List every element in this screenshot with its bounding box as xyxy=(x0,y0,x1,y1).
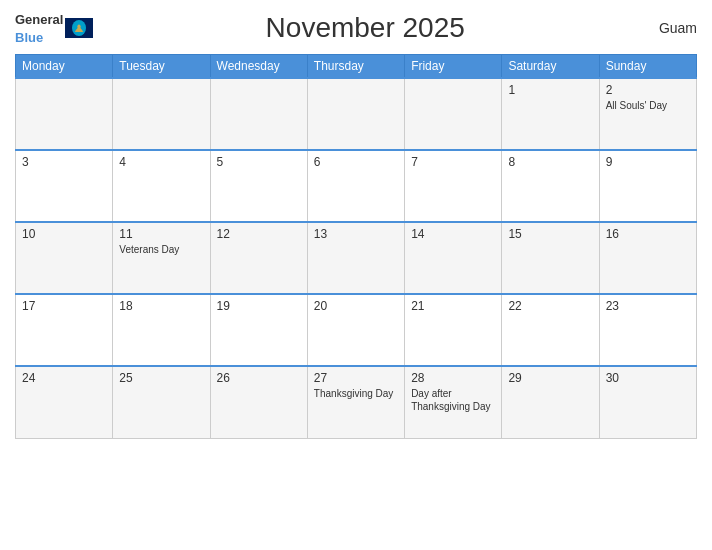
calendar-cell: 24 xyxy=(16,366,113,438)
calendar-cell: 26 xyxy=(210,366,307,438)
calendar-cell: 6 xyxy=(307,150,404,222)
calendar-week-2: 3456789 xyxy=(16,150,697,222)
day-number: 6 xyxy=(314,155,398,169)
calendar-cell: 23 xyxy=(599,294,696,366)
calendar-cell xyxy=(307,78,404,150)
calendar-week-5: 24252627Thanksgiving Day28Day after Than… xyxy=(16,366,697,438)
calendar-cell: 8 xyxy=(502,150,599,222)
day-number: 30 xyxy=(606,371,690,385)
day-number: 16 xyxy=(606,227,690,241)
calendar-cell: 15 xyxy=(502,222,599,294)
month-title: November 2025 xyxy=(93,12,637,44)
day-event: All Souls' Day xyxy=(606,99,690,112)
day-number: 23 xyxy=(606,299,690,313)
calendar-cell: 16 xyxy=(599,222,696,294)
calendar-week-4: 17181920212223 xyxy=(16,294,697,366)
header-thursday: Thursday xyxy=(307,55,404,79)
day-number: 26 xyxy=(217,371,301,385)
day-number: 20 xyxy=(314,299,398,313)
calendar-cell: 20 xyxy=(307,294,404,366)
calendar-cell: 27Thanksgiving Day xyxy=(307,366,404,438)
day-number: 19 xyxy=(217,299,301,313)
calendar-cell: 29 xyxy=(502,366,599,438)
day-number: 10 xyxy=(22,227,106,241)
calendar-cell: 4 xyxy=(113,150,210,222)
calendar-cell xyxy=(405,78,502,150)
calendar-cell: 9 xyxy=(599,150,696,222)
calendar-cell: 7 xyxy=(405,150,502,222)
day-number: 15 xyxy=(508,227,592,241)
calendar-cell xyxy=(113,78,210,150)
calendar-cell: 10 xyxy=(16,222,113,294)
day-number: 9 xyxy=(606,155,690,169)
logo: General Blue xyxy=(15,10,93,46)
header-monday: Monday xyxy=(16,55,113,79)
calendar-cell: 25 xyxy=(113,366,210,438)
header-saturday: Saturday xyxy=(502,55,599,79)
header-friday: Friday xyxy=(405,55,502,79)
calendar-cell: 5 xyxy=(210,150,307,222)
calendar-cell: 18 xyxy=(113,294,210,366)
day-number: 21 xyxy=(411,299,495,313)
calendar-cell xyxy=(16,78,113,150)
calendar-cell: 13 xyxy=(307,222,404,294)
region-label: Guam xyxy=(637,20,697,36)
day-number: 4 xyxy=(119,155,203,169)
day-number: 12 xyxy=(217,227,301,241)
logo-flag-icon xyxy=(65,18,93,38)
day-number: 24 xyxy=(22,371,106,385)
calendar-cell: 2All Souls' Day xyxy=(599,78,696,150)
calendar-cell: 17 xyxy=(16,294,113,366)
calendar-header: General Blue November 2025 Guam xyxy=(15,10,697,46)
calendar-cell: 1 xyxy=(502,78,599,150)
day-number: 28 xyxy=(411,371,495,385)
day-number: 22 xyxy=(508,299,592,313)
calendar-cell: 30 xyxy=(599,366,696,438)
calendar-week-3: 1011Veterans Day1213141516 xyxy=(16,222,697,294)
day-number: 18 xyxy=(119,299,203,313)
day-number: 3 xyxy=(22,155,106,169)
day-number: 13 xyxy=(314,227,398,241)
day-number: 17 xyxy=(22,299,106,313)
day-number: 27 xyxy=(314,371,398,385)
calendar-cell: 19 xyxy=(210,294,307,366)
calendar-cell: 14 xyxy=(405,222,502,294)
day-number: 1 xyxy=(508,83,592,97)
day-event: Thanksgiving Day xyxy=(314,387,398,400)
day-number: 14 xyxy=(411,227,495,241)
calendar-cell xyxy=(210,78,307,150)
logo-text-general: General xyxy=(15,12,63,27)
calendar-cell: 12 xyxy=(210,222,307,294)
calendar-cell: 22 xyxy=(502,294,599,366)
calendar-page: General Blue November 2025 Guam Monday T… xyxy=(0,0,712,550)
calendar-cell: 28Day after Thanksgiving Day xyxy=(405,366,502,438)
svg-point-4 xyxy=(78,25,81,28)
logo-text-blue: Blue xyxy=(15,30,43,45)
day-number: 25 xyxy=(119,371,203,385)
day-number: 5 xyxy=(217,155,301,169)
calendar-table: Monday Tuesday Wednesday Thursday Friday… xyxy=(15,54,697,439)
calendar-cell: 21 xyxy=(405,294,502,366)
day-number: 2 xyxy=(606,83,690,97)
calendar-week-1: 12All Souls' Day xyxy=(16,78,697,150)
day-event: Day after Thanksgiving Day xyxy=(411,387,495,413)
day-number: 8 xyxy=(508,155,592,169)
day-number: 29 xyxy=(508,371,592,385)
header-sunday: Sunday xyxy=(599,55,696,79)
day-number: 7 xyxy=(411,155,495,169)
header-wednesday: Wednesday xyxy=(210,55,307,79)
weekday-header-row: Monday Tuesday Wednesday Thursday Friday… xyxy=(16,55,697,79)
calendar-cell: 3 xyxy=(16,150,113,222)
day-event: Veterans Day xyxy=(119,243,203,256)
calendar-cell: 11Veterans Day xyxy=(113,222,210,294)
header-tuesday: Tuesday xyxy=(113,55,210,79)
day-number: 11 xyxy=(119,227,203,241)
